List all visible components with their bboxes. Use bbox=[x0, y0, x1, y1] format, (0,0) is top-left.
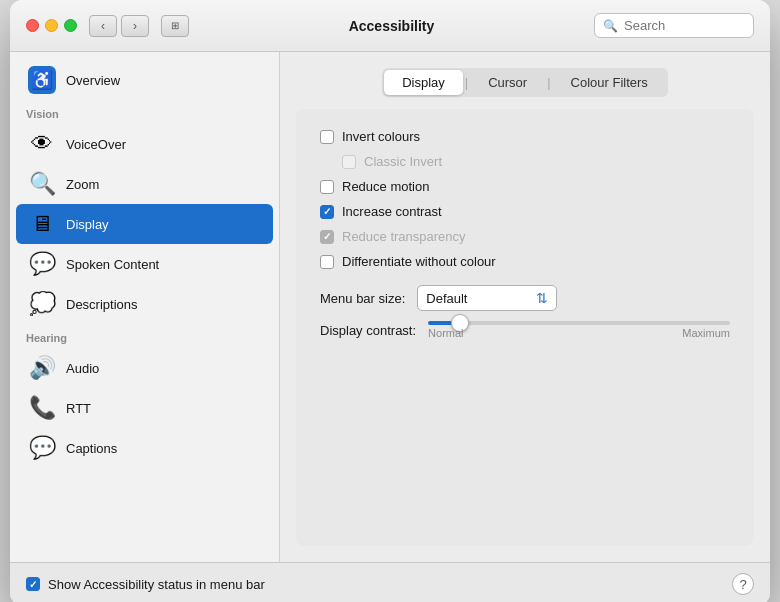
content-area: ♿ Overview Vision 👁 VoiceOver 🔍 Zoom 🖥 D… bbox=[10, 52, 770, 562]
search-input[interactable] bbox=[624, 18, 745, 33]
sidebar-item-descriptions[interactable]: 💭 Descriptions bbox=[16, 284, 273, 324]
reduce-motion-label: Reduce motion bbox=[342, 179, 429, 194]
slider-min-label: Normal bbox=[428, 327, 463, 339]
search-box[interactable]: 🔍 bbox=[594, 13, 754, 38]
tab-bar: Display | Cursor | Colour Filters bbox=[382, 68, 668, 97]
titlebar: ‹ › ⊞ Accessibility 🔍 bbox=[10, 0, 770, 52]
sidebar-item-label: Captions bbox=[66, 441, 117, 456]
display-contrast-row: Display contrast: Normal Maximum bbox=[320, 321, 730, 339]
voiceover-icon: 👁 bbox=[28, 130, 56, 158]
differentiate-checkbox[interactable] bbox=[320, 255, 334, 269]
sidebar-item-rtt[interactable]: 📞 RTT bbox=[16, 388, 273, 428]
descriptions-icon: 💭 bbox=[28, 290, 56, 318]
display-contrast-slider[interactable] bbox=[428, 321, 730, 325]
reduce-transparency-label: Reduce transparency bbox=[342, 229, 466, 244]
classic-invert-label: Classic Invert bbox=[364, 154, 442, 169]
sidebar-item-captions[interactable]: 💬 Captions bbox=[16, 428, 273, 468]
back-button[interactable]: ‹ bbox=[89, 15, 117, 37]
display-icon: 🖥 bbox=[28, 210, 56, 238]
help-button[interactable]: ? bbox=[732, 573, 754, 595]
spoken-icon: 💬 bbox=[28, 250, 56, 278]
sidebar-item-label: Zoom bbox=[66, 177, 99, 192]
forward-button[interactable]: › bbox=[121, 15, 149, 37]
grid-button[interactable]: ⊞ bbox=[161, 15, 189, 37]
sidebar-item-label: Audio bbox=[66, 361, 99, 376]
traffic-lights bbox=[26, 19, 77, 32]
slider-max-label: Maximum bbox=[682, 327, 730, 339]
captions-icon: 💬 bbox=[28, 434, 56, 462]
sidebar-item-spoken[interactable]: 💬 Spoken Content bbox=[16, 244, 273, 284]
select-arrows-icon: ⇅ bbox=[536, 290, 548, 306]
display-contrast-label: Display contrast: bbox=[320, 323, 416, 338]
increase-contrast-label: Increase contrast bbox=[342, 204, 442, 219]
main-panel: Display | Cursor | Colour Filters Invert… bbox=[280, 52, 770, 562]
sidebar-item-overview[interactable]: ♿ Overview bbox=[16, 60, 273, 100]
search-icon: 🔍 bbox=[603, 19, 618, 33]
menu-bar-size-select[interactable]: Default ⇅ bbox=[417, 285, 557, 311]
sidebar-item-audio[interactable]: 🔊 Audio bbox=[16, 348, 273, 388]
sidebar-item-label: Overview bbox=[66, 73, 120, 88]
rtt-icon: 📞 bbox=[28, 394, 56, 422]
invert-colours-row: Invert colours bbox=[320, 129, 730, 144]
reduce-motion-checkbox[interactable] bbox=[320, 180, 334, 194]
sidebar-item-label: Spoken Content bbox=[66, 257, 159, 272]
sidebar-item-voiceover[interactable]: 👁 VoiceOver bbox=[16, 124, 273, 164]
sidebar-item-display[interactable]: 🖥 Display bbox=[16, 204, 273, 244]
bottom-bar: Show Accessibility status in menu bar ? bbox=[10, 562, 770, 602]
invert-colours-checkbox[interactable] bbox=[320, 130, 334, 144]
sidebar: ♿ Overview Vision 👁 VoiceOver 🔍 Zoom 🖥 D… bbox=[10, 52, 280, 562]
section-vision-label: Vision bbox=[10, 100, 279, 124]
sidebar-item-label: Descriptions bbox=[66, 297, 138, 312]
overview-icon: ♿ bbox=[28, 66, 56, 94]
fullscreen-button[interactable] bbox=[64, 19, 77, 32]
differentiate-row: Differentiate without colour bbox=[320, 254, 730, 269]
slider-labels: Normal Maximum bbox=[428, 327, 730, 339]
reduce-transparency-row: Reduce transparency bbox=[320, 229, 730, 244]
tab-colour-filters[interactable]: Colour Filters bbox=[553, 70, 666, 95]
window-title: Accessibility bbox=[201, 18, 582, 34]
close-button[interactable] bbox=[26, 19, 39, 32]
increase-contrast-checkbox[interactable] bbox=[320, 205, 334, 219]
zoom-icon: 🔍 bbox=[28, 170, 56, 198]
menu-bar-size-row: Menu bar size: Default ⇅ bbox=[320, 285, 730, 311]
slider-container: Normal Maximum bbox=[428, 321, 730, 339]
bottom-checkbox-row: Show Accessibility status in menu bar bbox=[26, 577, 265, 592]
section-hearing-label: Hearing bbox=[10, 324, 279, 348]
sidebar-item-label: VoiceOver bbox=[66, 137, 126, 152]
tab-separator-1: | bbox=[463, 70, 470, 95]
audio-icon: 🔊 bbox=[28, 354, 56, 382]
show-status-checkbox[interactable] bbox=[26, 577, 40, 591]
settings-panel: Invert colours Classic Invert Reduce mot… bbox=[296, 109, 754, 546]
tab-display[interactable]: Display bbox=[384, 70, 463, 95]
sidebar-item-zoom[interactable]: 🔍 Zoom bbox=[16, 164, 273, 204]
sidebar-item-label: RTT bbox=[66, 401, 91, 416]
classic-invert-row: Classic Invert bbox=[320, 154, 730, 169]
sidebar-item-label: Display bbox=[66, 217, 109, 232]
differentiate-label: Differentiate without colour bbox=[342, 254, 496, 269]
tab-separator-2: | bbox=[545, 70, 552, 95]
increase-contrast-row: Increase contrast bbox=[320, 204, 730, 219]
reduce-transparency-checkbox[interactable] bbox=[320, 230, 334, 244]
tab-cursor[interactable]: Cursor bbox=[470, 70, 545, 95]
minimize-button[interactable] bbox=[45, 19, 58, 32]
menu-bar-size-value: Default bbox=[426, 291, 528, 306]
show-status-label: Show Accessibility status in menu bar bbox=[48, 577, 265, 592]
invert-colours-label: Invert colours bbox=[342, 129, 420, 144]
main-window: ‹ › ⊞ Accessibility 🔍 ♿ Overview Vision … bbox=[10, 0, 770, 602]
nav-buttons: ‹ › bbox=[89, 15, 149, 37]
menu-bar-size-label: Menu bar size: bbox=[320, 291, 405, 306]
classic-invert-checkbox[interactable] bbox=[342, 155, 356, 169]
reduce-motion-row: Reduce motion bbox=[320, 179, 730, 194]
